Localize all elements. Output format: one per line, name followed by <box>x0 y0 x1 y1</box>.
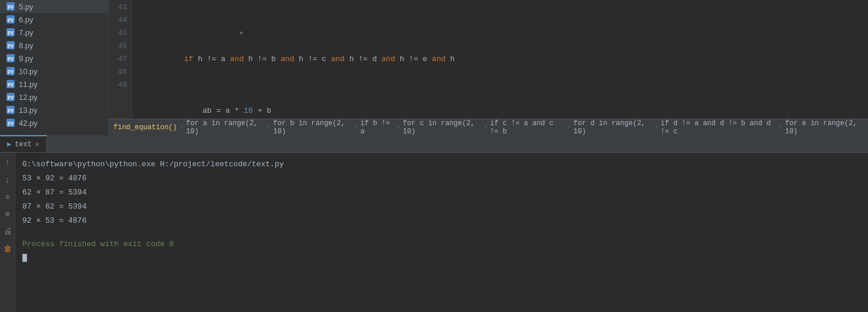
terminal-tab-text[interactable]: ▶ text ✕ <box>0 135 47 152</box>
terminal-tab-icon: ▶ <box>7 140 11 149</box>
print-icon[interactable]: 🖨 <box>2 225 14 238</box>
breadcrumb-item-7[interactable]: for d in range(2, 10) <box>573 119 652 136</box>
breadcrumb-sep-5: › <box>483 123 488 132</box>
py-file-icon: py <box>6 2 15 11</box>
py-file-icon: py <box>6 41 15 50</box>
sidebar-item-6py[interactable]: py 6.py <box>0 13 108 26</box>
py-file-icon: py <box>6 15 15 24</box>
scroll-down-icon[interactable]: ↓ <box>3 174 11 187</box>
wrap-icon[interactable]: ≡ <box>4 192 11 203</box>
sidebar-item-9py[interactable]: py 9.py <box>0 52 108 65</box>
process-finished-line: Process finished with exit code 0 <box>22 237 861 251</box>
breadcrumb-sep-4: › <box>396 123 400 132</box>
breadcrumb-sep-3: › <box>354 123 358 132</box>
py-file-icon: py <box>6 92 15 102</box>
file-name-9py: 9.py <box>19 54 34 63</box>
code-content: 43 44 45 46 47 48 49 ▼ if h != a and h !… <box>109 0 868 119</box>
breadcrumb-sep-7: › <box>654 123 658 132</box>
result-line-2: 62 × 87 = 5394 <box>22 186 861 200</box>
breadcrumb-sep-6: › <box>567 123 571 132</box>
file-name-5py: 5.py <box>19 2 34 11</box>
code-lines[interactable]: ▼ if h != a and h != b and h != c and h … <box>132 0 868 119</box>
file-name-10py: 10.py <box>19 67 38 76</box>
sidebar-item-10py[interactable]: py 10.py <box>0 65 108 78</box>
py-file-icon: py <box>6 28 15 37</box>
result-line-4: 92 × 53 = 4876 <box>22 214 861 228</box>
breadcrumb-sep-2: › <box>266 123 271 132</box>
cursor-line: █ <box>22 251 861 266</box>
breadcrumb-item-5[interactable]: for c in range(2, 10) <box>403 119 481 136</box>
breadcrumb-item-8[interactable]: if d != a and d != b and d != c <box>660 119 776 136</box>
result-line-3: 87 × 62 = 5394 <box>22 200 861 214</box>
line-numbers: 43 44 45 46 47 48 49 <box>109 0 132 119</box>
line-num-43: 43 <box>109 1 127 14</box>
editor-area: py 5.py py 6.py py 7.py py 8.py py 9.py … <box>0 0 868 135</box>
terminal-tab-label: text <box>15 140 32 149</box>
py-file-icon: py <box>6 105 15 115</box>
terminal-area: ▶ text ✕ ↑ ↓ ≡ ⚙ 🖨 🗑 G:\software\python\… <box>0 135 868 312</box>
sidebar-item-12py[interactable]: py 12.py <box>0 90 108 103</box>
blank-line <box>22 228 861 237</box>
breadcrumb-item-1[interactable]: find_equation() <box>113 123 177 132</box>
breadcrumb-item-2[interactable]: for a in range(2, 10) <box>186 119 264 136</box>
sidebar-item-7py[interactable]: py 7.py <box>0 26 108 39</box>
terminal-tab-bar: ▶ text ✕ <box>0 135 868 153</box>
breadcrumb-sep-1: › <box>179 123 183 132</box>
file-name-13py: 13.py <box>19 106 38 115</box>
file-name-12py: 12.py <box>19 93 38 102</box>
py-file-icon: py <box>6 66 15 76</box>
terminal-content: ↑ ↓ ≡ ⚙ 🖨 🗑 G:\software\python\python.ex… <box>0 153 868 312</box>
command-line: G:\software\python\python.exe H:/project… <box>22 157 861 172</box>
code-line-44: ab = a * 10 + b <box>138 79 868 119</box>
settings-icon[interactable]: ⚙ <box>4 208 11 220</box>
file-name-11py: 11.py <box>19 80 38 89</box>
breadcrumb-item-3[interactable]: for b in range(2, 10) <box>273 119 351 136</box>
py-file-icon: py <box>6 118 15 128</box>
terminal-tab-close[interactable]: ✕ <box>35 140 39 148</box>
breadcrumb-item-4[interactable]: if b != a <box>360 119 394 136</box>
py-file-icon: py <box>6 53 15 63</box>
breadcrumb-bar: find_equation() › for a in range(2, 10) … <box>109 119 868 135</box>
delete-icon[interactable]: 🗑 <box>2 243 14 256</box>
file-name-6py: 6.py <box>19 15 34 24</box>
terminal-sidebar: ↑ ↓ ≡ ⚙ 🖨 🗑 <box>0 153 15 312</box>
sidebar-item-8py[interactable]: py 8.py <box>0 39 108 52</box>
breadcrumb-item-9[interactable]: for e in range(2, 10) <box>785 119 863 136</box>
file-name-8py: 8.py <box>19 41 34 50</box>
py-file-icon: py <box>6 79 15 89</box>
terminal-output[interactable]: G:\software\python\python.exe H:/project… <box>15 153 868 312</box>
sidebar-item-13py[interactable]: py 13.py <box>0 103 108 116</box>
result-line-1: 53 × 92 = 4876 <box>22 172 861 186</box>
line-num-47: 47 <box>109 53 127 66</box>
line-num-44: 44 <box>109 14 127 27</box>
line-num-45: 45 <box>109 27 127 40</box>
line-num-48: 48 <box>109 66 127 79</box>
breadcrumb-sep-8: › <box>779 123 783 132</box>
sidebar-item-5py[interactable]: py 5.py <box>0 0 108 13</box>
breadcrumb-item-6[interactable]: if c != a and c != b <box>490 119 565 136</box>
file-sidebar: py 5.py py 6.py py 7.py py 8.py py 9.py … <box>0 0 109 135</box>
code-editor: 43 44 45 46 47 48 49 ▼ if h != a and h !… <box>109 0 868 135</box>
line-num-49: 49 <box>109 79 127 92</box>
scroll-up-icon[interactable]: ↑ <box>3 156 11 169</box>
file-name-7py: 7.py <box>19 28 34 37</box>
sidebar-item-11py[interactable]: py 11.py <box>0 78 108 90</box>
code-line-43: ▼ if h != a and h != b and h != c and h … <box>138 1 868 79</box>
sidebar-item-42py[interactable]: py 42.py <box>0 116 108 129</box>
file-name-42py: 42.py <box>19 119 38 128</box>
line-num-46: 46 <box>109 40 127 53</box>
